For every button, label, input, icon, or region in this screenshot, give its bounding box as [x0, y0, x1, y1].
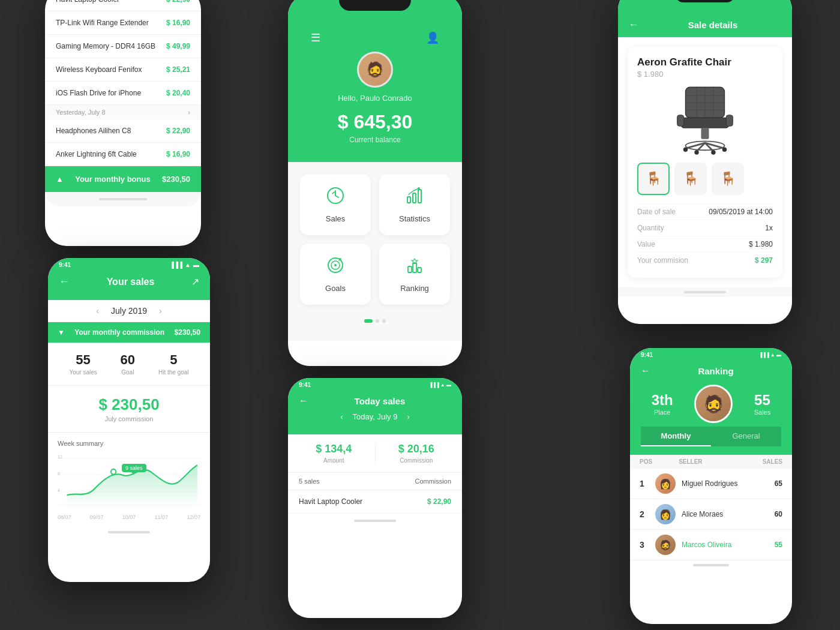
item-name: Havit Laptop Cooler: [299, 497, 362, 506]
ranking-name: Miguel Rodrigues: [682, 479, 769, 488]
ranking-row-3[interactable]: 3 🧔 Marcos Oliveira 55: [630, 530, 792, 560]
svg-text:8: 8: [58, 471, 60, 476]
svg-rect-38: [726, 115, 733, 127]
commission-chevron: ▼: [58, 328, 65, 337]
prev-month-button[interactable]: ‹: [96, 306, 99, 316]
ranking-table-header: POS SELLER SALES: [630, 455, 792, 469]
back-arrow[interactable]: ←: [641, 365, 650, 376]
menu-card-sales[interactable]: Sales: [300, 174, 371, 235]
phone-notch: [339, 378, 411, 395]
svg-text:4: 4: [58, 487, 60, 493]
svg-point-7: [334, 264, 337, 266]
transaction-item[interactable]: iOS Flash Drive for iPhone $ 20,40: [45, 82, 201, 105]
item-price: $ 49,99: [166, 42, 190, 50]
hamburger-icon[interactable]: ☰: [311, 31, 320, 44]
stat-value: 55: [69, 352, 97, 368]
ranking-row-2[interactable]: 2 👩 Alice Moraes 60: [630, 499, 792, 530]
menu-card-ranking[interactable]: Ranking: [379, 244, 450, 305]
balance-amount: $ 645,30: [300, 111, 450, 133]
goals-label: Goals: [308, 284, 362, 293]
commission-big: $ 230,50: [58, 395, 200, 414]
item-name: iOS Flash Drive for iPhone: [56, 89, 141, 97]
goals-icon: [308, 256, 362, 279]
ranking-sales: 65: [775, 479, 782, 488]
stat-label: Your sales: [69, 369, 97, 376]
back-arrow[interactable]: ←: [59, 275, 70, 288]
col-seller: SELLER: [652, 458, 763, 465]
item-name: Gaming Memory - DDR4 16GB: [56, 42, 155, 50]
svg-rect-2: [413, 193, 416, 203]
product-thumbnails: 🪑 🪑 🪑: [637, 163, 773, 195]
transaction-item[interactable]: Wireless Keyboard Fenifox $ 25,21: [45, 58, 201, 82]
back-arrow[interactable]: ←: [299, 395, 308, 406]
item-name: Wireless Keyboard Fenifox: [56, 65, 142, 74]
rank-sales: 55 Sales: [754, 392, 771, 416]
statistics-label: Statistics: [388, 214, 442, 223]
bonus-label: Your monthly bonus: [75, 175, 150, 184]
ranking-name-green: Marcos Oliveira: [682, 541, 769, 549]
chart-x-labels: 08/07 09/07 10/07 11/07 12/07: [58, 514, 200, 520]
chart-container: 12 8 4 9 sales: [58, 452, 200, 512]
ranking-avatar: 👩: [655, 504, 676, 524]
sales-count: 5 sales: [299, 478, 320, 485]
transaction-item[interactable]: Gaming Memory - DDR4 16GB $ 49,99: [45, 35, 201, 58]
stats-row: 55 Your sales 60 Goal 5 Hit the goal: [48, 343, 210, 386]
status-bar: 9:41 ▐▐▐ ▲ ▬: [630, 348, 792, 359]
next-month-button[interactable]: ›: [159, 306, 162, 316]
back-arrow[interactable]: ←: [629, 19, 638, 30]
commission-bar[interactable]: ▼ Your monthly commission $230,50: [48, 322, 210, 343]
sales-title: Your sales: [70, 277, 191, 287]
sales-header-top: ← Your sales ↗: [59, 275, 199, 288]
stat-label: Hit the goal: [158, 369, 189, 376]
menu-card-goals[interactable]: Goals: [300, 244, 371, 305]
next-day-button[interactable]: ›: [407, 412, 409, 421]
item-price: $ 22,90: [427, 497, 451, 506]
dashboard-header: ☰ 👤 🧔 Hello, Paulo Conrado $ 645,30 Curr…: [288, 0, 462, 162]
commission-amount: $ 230,50 July commission: [48, 386, 210, 433]
today-item[interactable]: Havit Laptop Cooler $ 22,90: [288, 490, 462, 514]
status-time: 9:41: [641, 352, 653, 358]
user-icon[interactable]: 👤: [426, 31, 439, 44]
ranking-row-1[interactable]: 1 👩 Miguel Rodrigues 65: [630, 469, 792, 499]
stat-hit-goal: 5 Hit the goal: [158, 352, 189, 376]
svg-rect-27: [701, 128, 709, 139]
prev-day-button[interactable]: ‹: [340, 412, 343, 421]
tab-monthly[interactable]: Monthly: [641, 427, 711, 446]
status-bar: 9:41 ▐▐▐ ▲ ▬: [48, 258, 210, 269]
date-separator[interactable]: Yesterday, July 8 ›: [45, 105, 201, 119]
chart-svg: 12 8 4: [58, 452, 200, 512]
menu-card-statistics[interactable]: Statistics: [379, 174, 450, 235]
transaction-item[interactable]: Anker Lightning 6ft Cable $ 16,90: [45, 143, 201, 166]
detail-date: Date of sale 09/05/2019 at 14:00: [637, 203, 773, 220]
transaction-item[interactable]: TP-Link Wifi Range Extender $ 16,90: [45, 11, 201, 35]
ranking-header-top: ← Ranking: [641, 365, 781, 376]
detail-commission: Your commision $ 297: [637, 252, 773, 268]
today-header-top: ← Today sales: [299, 395, 451, 406]
detail-quantity: Quantity 1x: [637, 220, 773, 236]
tab-general[interactable]: General: [711, 427, 781, 446]
expand-icon[interactable]: ›: [188, 109, 190, 116]
ranking-hero: 3th Place 🧔 55 Sales: [641, 381, 781, 427]
phone-ranking: 9:41 ▐▐▐ ▲ ▬ ← Ranking 3th Place 🧔 55 Sa…: [630, 348, 792, 624]
transaction-item[interactable]: Havit Laptop Cooler $ 22,90: [45, 0, 201, 11]
transaction-item[interactable]: Headphones Ailihen C8 $ 22,90: [45, 119, 201, 143]
ranking-avatar: 👩: [655, 473, 676, 494]
phone-notch-area: [618, 0, 792, 12]
dot-active: [364, 319, 373, 323]
bonus-chevron: ▲: [56, 175, 64, 184]
thumbnail-2[interactable]: 🪑: [674, 163, 707, 195]
svg-point-4: [418, 187, 420, 190]
item-name: Headphones Ailihen C8: [56, 127, 131, 135]
monthly-bonus-bar[interactable]: ▲ Your monthly bonus $230,50: [45, 166, 201, 192]
detail-label: Your commision: [637, 256, 688, 265]
item-price: $ 22,90: [166, 0, 190, 4]
thumbnail-1[interactable]: 🪑: [637, 163, 670, 195]
col-pos: POS: [640, 458, 652, 465]
today-header: ← Today sales ‹ Today, July 9 ›: [288, 389, 462, 434]
phone-today-sales: 9:41 ▐▐▐ ▲ ▬ ← Today sales ‹ Today, July…: [288, 378, 462, 618]
bonus-value: $230,50: [162, 175, 190, 184]
thumbnail-3[interactable]: 🪑: [712, 163, 744, 195]
item-price: $ 16,90: [166, 19, 190, 27]
status-icons: ▐▐▐ ▲ ▬: [759, 352, 781, 358]
status-icons: ▐▐▐ ▲ ▬: [429, 382, 451, 388]
